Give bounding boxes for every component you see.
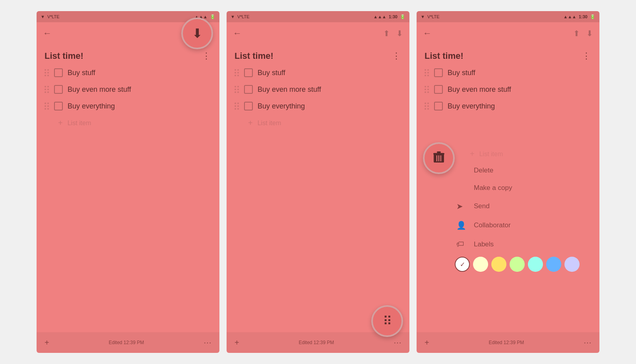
color-swatch-teal[interactable]: [528, 257, 543, 272]
list-item-3-1: Buy stuff: [417, 64, 599, 81]
item-text-3-1: Buy stuff: [448, 69, 475, 77]
color-swatch-green[interactable]: [510, 257, 525, 272]
list-item-1-1: Buy stuff: [37, 64, 219, 81]
wifi-icon: ▼: [41, 14, 45, 19]
list-item-2-1: Buy stuff: [227, 64, 409, 81]
item-text-3-2: Buy even more stuff: [448, 85, 511, 94]
wifi-icon-2: ▼: [231, 14, 235, 19]
send-icon: ➤: [456, 201, 467, 211]
labels-icon: 🏷: [456, 240, 467, 249]
add-note-button-2[interactable]: +: [235, 338, 239, 347]
status-bar-2: ▼ V⁴LTE ▲▲▲ 1:30 🔋: [227, 11, 409, 22]
copy-label: Make a copy: [474, 184, 512, 192]
item-text-2-3: Buy everything: [258, 102, 305, 110]
note-content-3: List time! ⋮ Buy stuff Buy even more stu…: [417, 45, 599, 332]
svg-rect-1: [433, 153, 444, 155]
svg-rect-2: [437, 151, 441, 153]
collaborator-label: Collaborator: [474, 221, 511, 229]
drag-handle-2-2: [235, 86, 239, 93]
context-menu-3: + List item Delete Make a copy ➤ Send 👤 …: [448, 146, 599, 275]
archive-fab-1[interactable]: ⬇: [181, 17, 213, 49]
note-content-1: List time! ⋮ Buy stuff Buy even more stu…: [37, 45, 219, 332]
edited-time-3: Edited 12:39 PM: [489, 340, 524, 345]
add-note-button-3[interactable]: +: [425, 338, 429, 347]
checkbox-2-2[interactable]: [244, 85, 253, 94]
checkbox-1-2[interactable]: [54, 85, 63, 94]
status-time-3: 1:30: [579, 14, 588, 19]
item-text-1-1: Buy stuff: [68, 69, 95, 77]
add-placeholder-3: List item: [479, 151, 503, 158]
status-bar-3: ▼ V⁴LTE ▲▲▲ 1:30 🔋: [417, 11, 599, 22]
labels-menu-item[interactable]: 🏷 Labels: [448, 235, 599, 254]
color-swatch-yellow[interactable]: [491, 257, 506, 272]
more-options-1[interactable]: ⋮: [202, 51, 211, 61]
more-button-1[interactable]: ⋯: [204, 338, 211, 347]
more-button-2[interactable]: ⋯: [394, 338, 401, 347]
add-item-row-2[interactable]: + List item: [227, 114, 409, 132]
more-button-3[interactable]: ⋯: [584, 338, 591, 347]
signal-bars-2: ▲▲▲: [373, 14, 386, 19]
checkbox-1-1[interactable]: [54, 68, 63, 77]
item-text-1-2: Buy even more stuff: [68, 85, 131, 94]
checkbox-3-1[interactable]: [434, 68, 443, 77]
note-title-3: List time!: [425, 51, 463, 61]
archive-icon-3[interactable]: ⬇: [586, 29, 593, 38]
color-swatch-yellow-light[interactable]: [473, 257, 488, 272]
copy-menu-item[interactable]: Make a copy: [448, 179, 599, 197]
drag-handle-3-2: [425, 86, 429, 93]
note-title-1: List time!: [45, 51, 83, 61]
drag-handle-1-1: [45, 69, 49, 77]
collaborator-menu-item[interactable]: 👤 Collaborator: [448, 216, 599, 235]
share-icon-3[interactable]: ⬆: [573, 29, 580, 38]
checkbox-2-1[interactable]: [244, 68, 253, 77]
color-swatch-white[interactable]: ✓: [455, 257, 470, 272]
add-icon-1: +: [58, 118, 63, 128]
labels-label: Labels: [474, 240, 494, 248]
checkbox-3-2[interactable]: [434, 85, 443, 94]
drag-handle-2-1: [235, 69, 239, 77]
list-item-3-3: Buy everything: [417, 98, 599, 114]
send-menu-item[interactable]: ➤ Send: [448, 197, 599, 216]
back-button-1[interactable]: ←: [43, 28, 52, 39]
trash-icon: [433, 151, 444, 166]
checkbox-1-3[interactable]: [54, 102, 63, 110]
edited-time-2: Edited 12:39 PM: [299, 340, 334, 345]
note-title-2: List time!: [235, 51, 273, 61]
dots-fab-2[interactable]: ⠿: [371, 305, 403, 337]
more-options-3[interactable]: ⋮: [582, 51, 591, 61]
phone-3: ▼ V⁴LTE ▲▲▲ 1:30 🔋 ← ⬆ ⬇ List time! ⋮ Bu…: [417, 11, 599, 353]
collaborator-icon: 👤: [456, 221, 467, 230]
signal-icon-2: V⁴LTE: [237, 14, 250, 19]
battery-icon: 🔋: [210, 14, 215, 19]
note-content-2: List time! ⋮ Buy stuff Buy even more stu…: [227, 45, 409, 332]
share-icon-2[interactable]: ⬆: [383, 29, 390, 38]
color-swatch-blue[interactable]: [546, 257, 561, 272]
list-item-3-2: Buy even more stuff: [417, 81, 599, 98]
drag-handle-3-1: [425, 69, 429, 77]
back-button-3[interactable]: ←: [423, 28, 432, 39]
battery-icon-2: 🔋: [400, 14, 405, 19]
more-options-2[interactable]: ⋮: [392, 51, 401, 61]
add-item-row-1[interactable]: + List item: [37, 114, 219, 132]
add-icon-3: +: [470, 149, 475, 159]
add-note-button-1[interactable]: +: [45, 338, 49, 347]
color-swatch-lavender[interactable]: [564, 257, 580, 272]
add-icon-2: +: [248, 118, 253, 128]
delete-fab-3[interactable]: [423, 142, 455, 174]
checkbox-2-3[interactable]: [244, 102, 253, 110]
phone-2: ▼ V⁴LTE ▲▲▲ 1:30 🔋 ← ⬆ ⬇ List time! ⋮ Bu…: [227, 11, 409, 353]
archive-fab-icon-1: ⬇: [192, 26, 203, 41]
nav-bar-3: ← ⬆ ⬇: [417, 22, 599, 45]
archive-icon-2[interactable]: ⬇: [396, 29, 403, 38]
checkbox-3-3[interactable]: [434, 102, 443, 110]
wifi-icon-3: ▼: [421, 14, 425, 19]
nav-bar-2: ← ⬆ ⬇: [227, 22, 409, 45]
item-text-3-3: Buy everything: [448, 102, 495, 110]
back-button-2[interactable]: ←: [233, 28, 242, 39]
list-item-2-2: Buy even more stuff: [227, 81, 409, 98]
list-item-1-2: Buy even more stuff: [37, 81, 219, 98]
delete-menu-item[interactable]: Delete: [448, 162, 599, 179]
add-item-in-menu: + List item: [448, 146, 599, 162]
edited-time-1: Edited 12:39 PM: [109, 340, 144, 345]
delete-label: Delete: [474, 167, 493, 174]
